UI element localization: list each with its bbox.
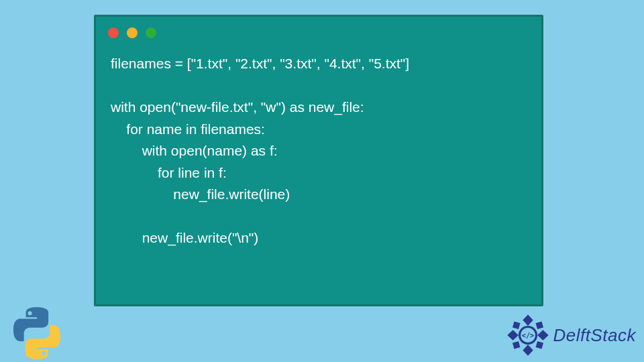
svg-marker-6 [512,341,520,349]
close-icon [108,27,119,38]
svg-marker-2 [507,330,519,340]
svg-marker-7 [535,341,543,349]
code-window: filenames = ["1.txt", "2.txt", "3.txt", … [94,15,543,306]
brand-name: DelftStack [553,325,637,346]
brand-logo-icon: </> [506,314,549,357]
svg-marker-3 [537,330,549,340]
traffic-lights [96,17,541,44]
svg-marker-1 [523,345,533,356]
code-block: filenames = ["1.txt", "2.txt", "3.txt", … [96,44,541,259]
python-logo-icon [9,306,64,361]
svg-marker-5 [535,322,543,330]
brand: </> DelftStack [506,314,637,357]
maximize-icon [146,27,156,38]
minimize-icon [127,27,138,38]
svg-marker-4 [512,322,520,330]
svg-text:</>: </> [521,331,534,339]
svg-marker-0 [523,314,533,326]
